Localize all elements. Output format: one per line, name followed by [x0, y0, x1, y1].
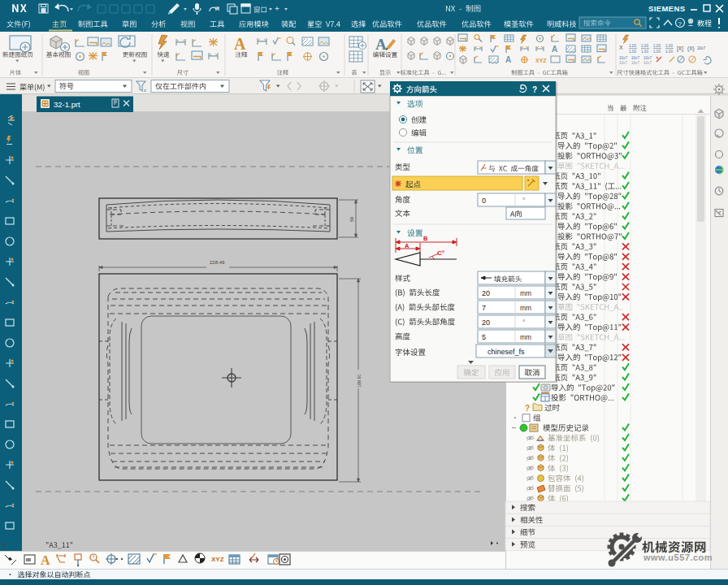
svg-text:7: 7: [482, 304, 486, 312]
svg-text:mm: mm: [520, 304, 531, 312]
svg-text:5: 5: [482, 333, 486, 341]
svg-text:chinesef_fs: chinesef_fs: [488, 348, 525, 356]
svg-text:C°: C°: [437, 249, 444, 257]
svg-text:mm: mm: [520, 289, 531, 297]
svg-text:B: B: [423, 235, 428, 242]
svg-text:A: A: [405, 242, 410, 249]
svg-text:mm: mm: [520, 333, 531, 341]
svg-text:20: 20: [482, 289, 490, 297]
svg-text:°: °: [522, 318, 525, 326]
svg-text:?: ?: [532, 85, 537, 94]
svg-text:0: 0: [482, 197, 486, 205]
svg-text:20: 20: [482, 318, 490, 327]
svg-text:°: °: [522, 197, 525, 204]
